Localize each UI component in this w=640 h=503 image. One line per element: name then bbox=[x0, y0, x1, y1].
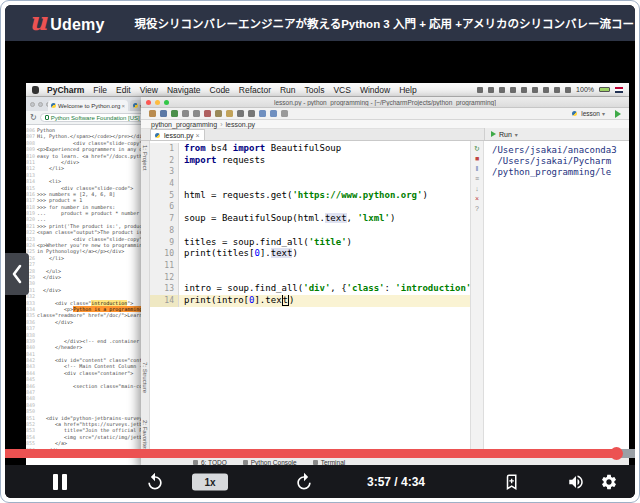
line-number: 10 bbox=[150, 248, 179, 260]
line-number: 3 bbox=[150, 166, 179, 178]
menu-item: View bbox=[140, 85, 158, 95]
volume-button[interactable] bbox=[567, 473, 585, 491]
time-display: 3:57 / 4:34 bbox=[367, 475, 425, 489]
video-seekbar[interactable] bbox=[5, 449, 635, 458]
menu-item: Help bbox=[399, 85, 416, 95]
line-number: 14 bbox=[150, 295, 179, 307]
forward-icon bbox=[270, 110, 277, 117]
keyboard-icon bbox=[521, 87, 527, 93]
seekbar-playhead[interactable] bbox=[610, 447, 623, 460]
line-number: 11 bbox=[150, 260, 179, 272]
source-line-text: </div> bbox=[37, 319, 73, 325]
reload-icon: ↻ bbox=[30, 113, 37, 122]
notification-icon bbox=[543, 87, 549, 93]
menu-item: Edit bbox=[116, 85, 131, 95]
menu-item: VCS bbox=[333, 85, 350, 95]
bluetooth-icon bbox=[488, 87, 494, 93]
tab-close-icon: × bbox=[196, 132, 200, 139]
battery-percent-label: 100% bbox=[576, 86, 594, 93]
chevron-down-icon: ▾ bbox=[515, 131, 518, 138]
run-icon bbox=[615, 110, 621, 118]
gear-icon bbox=[600, 473, 618, 491]
project-tool-label: 1: Project bbox=[142, 145, 148, 170]
sync-icon bbox=[171, 110, 178, 117]
close-icon: × bbox=[475, 195, 479, 202]
find-icon bbox=[237, 110, 244, 117]
menu-item: Refactor bbox=[239, 85, 271, 95]
code-line: 8 bbox=[150, 225, 470, 237]
forward-icon bbox=[294, 472, 314, 492]
code-line: 9titles = soup.find_all('title') bbox=[150, 237, 470, 249]
code-text bbox=[179, 166, 470, 178]
source-line-text: </li> bbox=[37, 165, 64, 171]
menu-item: Code bbox=[210, 85, 230, 95]
console-line: /Users/jsakai/anaconda3 bbox=[492, 145, 629, 156]
code-text: html = requests.get('https://www.python.… bbox=[179, 190, 470, 202]
line-number: 1 bbox=[150, 143, 179, 155]
run-config-label: lesson bbox=[581, 110, 600, 117]
tab-close-icon: × bbox=[121, 103, 125, 109]
code-text: print(intro[0].text) bbox=[179, 295, 470, 307]
macos-menubar: PyCharmFileEditViewNavigateCodeRefactorR… bbox=[26, 83, 629, 97]
run-console-toolbar: ↻■‖≡↓×? bbox=[470, 141, 484, 457]
menubar-items: PyCharmFileEditViewNavigateCodeRefactorR… bbox=[47, 85, 426, 95]
menu-item: Navigate bbox=[167, 85, 201, 95]
python-file-icon bbox=[155, 133, 160, 138]
close-window-icon bbox=[146, 100, 151, 105]
python-icon bbox=[572, 111, 577, 116]
volume-icon bbox=[567, 473, 585, 491]
code-line: 1from bs4 import BeautifulSoup bbox=[150, 143, 470, 155]
source-line-text: ... product = product * number bbox=[37, 210, 139, 216]
video-player: u Udemy 現役シリコンバレーエンジニアが教えるPython 3 入門 + … bbox=[5, 5, 635, 498]
line-number: 2 bbox=[150, 155, 179, 167]
favorites-tool-label: 2: Favorites bbox=[142, 420, 148, 451]
line-number: 7 bbox=[150, 213, 179, 225]
code-text bbox=[179, 201, 470, 213]
pycharm-window-title: lesson.py - python_programming - [~/Pych… bbox=[274, 99, 496, 106]
battery-icon bbox=[599, 87, 610, 92]
run-icon bbox=[491, 131, 496, 137]
code-line: 5html = requests.get('https://www.python… bbox=[150, 190, 470, 202]
video-content[interactable]: PyCharmFileEditViewNavigateCodeRefactorR… bbox=[26, 83, 629, 467]
code-line: 13intro = soup.find_all('div', {'class':… bbox=[150, 283, 470, 295]
code-line: 3 bbox=[150, 166, 470, 178]
code-text: from bs4 import BeautifulSoup bbox=[179, 143, 470, 155]
code-line: 2import requests bbox=[150, 155, 470, 167]
code-line: 7soup = BeautifulSoup(html.text, 'lxml') bbox=[150, 213, 470, 225]
code-text: soup = BeautifulSoup(html.text, 'lxml') bbox=[179, 213, 470, 225]
player-controlbar: 1x 3:57 / 4:34 bbox=[5, 465, 635, 498]
pause-button[interactable] bbox=[53, 474, 67, 490]
soft-wrap-icon: ≡ bbox=[475, 175, 479, 182]
settings-button[interactable] bbox=[600, 473, 618, 491]
address-text: Python Software Foundation [US] bbox=[51, 115, 140, 121]
menu-item: Tools bbox=[305, 85, 325, 95]
chrome-tab-active: Welcome to Python.org × bbox=[48, 100, 128, 111]
line-number: 9 bbox=[150, 237, 179, 249]
source-line-text: <div class="container"> bbox=[37, 370, 133, 376]
code-text bbox=[179, 225, 470, 237]
code-text: intro = soup.find_all('div', {'class': '… bbox=[179, 283, 470, 295]
course-title: 現役シリコンバレーエンジニアが教えるPython 3 入門 + 応用 +アメリカ… bbox=[135, 15, 635, 31]
console-line: /Users/jsakai/Pycharm bbox=[492, 156, 629, 167]
menu-item: File bbox=[93, 85, 107, 95]
playback-speed-button[interactable]: 1x bbox=[192, 473, 228, 490]
structure-tool-label: 7: Structure bbox=[142, 362, 148, 393]
code-text: titles = soup.find_all('title') bbox=[179, 237, 470, 249]
rewind-button[interactable] bbox=[145, 472, 165, 492]
previous-lecture-button[interactable] bbox=[5, 253, 29, 295]
udemy-logo[interactable]: u Udemy bbox=[29, 12, 105, 34]
help-icon: ? bbox=[475, 205, 479, 212]
apple-menu-icon bbox=[32, 86, 39, 94]
scroll-end-icon: ↓ bbox=[475, 185, 479, 192]
code-text bbox=[179, 260, 470, 272]
menu-item: Window bbox=[360, 85, 390, 95]
open-icon bbox=[149, 110, 156, 117]
add-bookmark-button[interactable] bbox=[503, 473, 521, 491]
code-text bbox=[179, 272, 470, 284]
stop-icon: ■ bbox=[475, 155, 479, 162]
pycharm-body: 1: Project 7: Structure 2: Favorites 1fr… bbox=[141, 141, 629, 457]
menu-item: PyCharm bbox=[47, 85, 84, 95]
forward-button[interactable] bbox=[294, 472, 314, 492]
volume-icon bbox=[565, 87, 571, 93]
python-favicon bbox=[51, 103, 56, 108]
